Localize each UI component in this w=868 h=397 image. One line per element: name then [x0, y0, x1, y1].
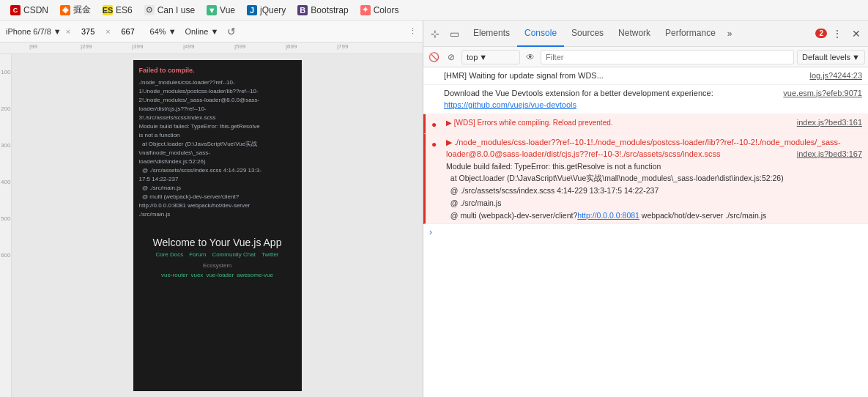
- eye-icon[interactable]: 👁: [523, 50, 538, 64]
- more-tabs-button[interactable]: »: [723, 21, 737, 47]
- link-vue-loader[interactable]: vue-loader: [206, 272, 234, 278]
- csdn-icon: C: [10, 5, 21, 15]
- wds-error-expand[interactable]: ▶ [WDS] Errors while compiling. Reload p…: [446, 119, 613, 127]
- link-vue-router[interactable]: vue-router: [161, 272, 188, 278]
- device-toggle-icon[interactable]: ▭: [445, 25, 463, 42]
- bootstrap-icon: B: [297, 5, 308, 15]
- tab-network[interactable]: Network: [611, 21, 658, 47]
- context-label: top: [467, 53, 478, 62]
- devtools-more-icon[interactable]: ⋮: [828, 25, 846, 42]
- phone-area: Failed to compile. ./node_modules/css-lo…: [12, 54, 423, 397]
- canuse-icon: ⊙: [144, 5, 155, 15]
- viewport-content: 100 200 300 400 500 600 Failed to compil…: [0, 54, 423, 397]
- bookmark-es6[interactable]: ES ES6: [98, 4, 137, 17]
- wds-error-message: ▶ [WDS] Errors while compiling. Reload p…: [446, 116, 862, 129]
- online-select[interactable]: Online ▼: [185, 27, 219, 36]
- more-options-icon[interactable]: ⋮: [409, 26, 417, 36]
- jquery-icon: J: [247, 5, 257, 15]
- levels-label: Default levels: [802, 53, 850, 62]
- css-error-link[interactable]: index.js?bed3:167: [797, 148, 862, 160]
- bookmark-jquery[interactable]: J jQuery: [242, 4, 290, 17]
- devtools-close-icon[interactable]: ✕: [847, 25, 865, 42]
- devtools-header: ⊹ ▭ Elements Console Sources Network Per…: [423, 21, 868, 47]
- error-count-badge: 2: [815, 29, 827, 38]
- device-toolbar: iPhone 6/7/8 ▼ × × 64% ▼ Online ▼ ↺ ⋮: [0, 21, 423, 42]
- colors-icon: ✦: [360, 5, 371, 15]
- tab-sources[interactable]: Sources: [564, 21, 611, 47]
- bookmark-bootstrap[interactable]: B Bootstrap: [293, 4, 352, 17]
- bookmark-csdn[interactable]: C CSDN: [6, 4, 53, 17]
- devtools-link[interactable]: vue.esm.js?efeb:9071: [783, 87, 862, 100]
- levels-arrow: ▼: [852, 53, 860, 62]
- filter-icon[interactable]: ⊘: [444, 50, 459, 64]
- bookmark-jj-label: 掘金: [73, 4, 91, 16]
- error-icon-css: ●: [431, 138, 443, 151]
- bookmark-jquery-label: jQuery: [260, 5, 286, 15]
- compile-error: Failed to compile. ./node_modules/css-lo…: [133, 60, 302, 225]
- rotate-icon[interactable]: ↺: [227, 26, 236, 37]
- console-row-css-error: ● ▶ ./node_modules/css-loader??ref--10-1…: [423, 134, 868, 225]
- console-toolbar: 🚫 ⊘ top ▼ 👁 Default levels ▼: [423, 47, 868, 67]
- webpack-url[interactable]: http://0.0.0.0:8081: [577, 211, 639, 220]
- wds-error-link[interactable]: index.js?bed3:161: [797, 116, 862, 129]
- bookmark-vue[interactable]: ▼ Vue: [202, 4, 240, 17]
- link-twitter[interactable]: Twitter: [261, 251, 279, 258]
- v-tick-300: 300: [1, 142, 10, 149]
- tab-console[interactable]: Console: [517, 21, 564, 47]
- inspect-element-icon[interactable]: ⊹: [426, 25, 444, 42]
- tab-performance[interactable]: Performance: [658, 21, 723, 47]
- devtools-panel: ⊹ ▭ Elements Console Sources Network Per…: [423, 21, 868, 397]
- dim-separator: ×: [105, 27, 110, 36]
- phone-screen: Failed to compile. ./node_modules/css-lo…: [133, 60, 302, 391]
- vue-icon: ▼: [207, 5, 217, 15]
- link-forum[interactable]: Forum: [189, 251, 206, 258]
- link-awesome-vue[interactable]: awesome-vue: [237, 272, 273, 278]
- bookmark-colors-label: Colors: [374, 5, 399, 15]
- console-prompt: ›: [423, 224, 868, 240]
- error-text: ./node_modules/css-loader??ref--10- 1!./…: [139, 78, 296, 219]
- devtools-github-link[interactable]: https://github.com/vuejs/vue-devtools: [444, 100, 576, 109]
- bookmark-vue-label: Vue: [220, 5, 235, 15]
- console-row-devtools: Download the Vue Devtools extension for …: [423, 85, 868, 114]
- bookmark-bootstrap-label: Bootstrap: [311, 5, 348, 15]
- ecosystem-label: Ecosystem: [139, 262, 296, 269]
- ruler-tick-299: |299: [81, 42, 92, 50]
- context-select-arrow: ▼: [479, 53, 487, 62]
- link-community[interactable]: Community Chat: [212, 251, 256, 258]
- bookmark-csdn-label: CSDN: [23, 5, 48, 15]
- link-core-docs[interactable]: Core Docs: [155, 251, 183, 258]
- ruler-tick-499: |499: [183, 42, 194, 50]
- link-vuex[interactable]: vuex: [190, 272, 203, 278]
- filter-input[interactable]: [541, 50, 794, 64]
- error-icon-wds: ●: [431, 118, 443, 131]
- hmr-link[interactable]: log.js?4244:23: [809, 70, 862, 82]
- zoom-select[interactable]: 64% ▼: [150, 27, 177, 36]
- context-select[interactable]: top ▼: [461, 50, 520, 64]
- ruler-tick-399: |399: [132, 42, 143, 50]
- bookmark-bar: C CSDN ◈ 掘金 ES ES6 ⊙ Can I use ▼ Vue J j…: [0, 0, 868, 21]
- ruler-tick-699: |699: [286, 42, 297, 50]
- log-levels-select[interactable]: Default levels ▼: [797, 50, 865, 64]
- device-width-input[interactable]: [75, 27, 101, 36]
- bookmark-colors[interactable]: ✦ Colors: [356, 4, 404, 17]
- bookmark-canuse[interactable]: ⊙ Can I use: [140, 4, 199, 17]
- app-nav-links: Core Docs Forum Community Chat Twitter: [139, 251, 296, 258]
- css-error-path: ▶ ./node_modules/css-loader??ref--10-1!.…: [446, 138, 841, 159]
- console-row-wds-error: ● ▶ [WDS] Errors while compiling. Reload…: [423, 114, 868, 134]
- eco-links: vue-router vuex vue-loader awesome-vue: [139, 272, 296, 278]
- clear-console-icon[interactable]: 🚫: [426, 50, 441, 64]
- horizontal-ruler: |99 |299 |399 |499 |599 |699 |799: [0, 42, 423, 54]
- console-content: [HMR] Waiting for update signal from WDS…: [423, 67, 868, 397]
- error-title: Failed to compile.: [139, 66, 296, 75]
- tab-elements[interactable]: Elements: [466, 21, 517, 47]
- device-select[interactable]: iPhone 6/7/8 ▼: [6, 27, 62, 36]
- width-x-separator: ×: [66, 27, 70, 36]
- ruler-tick-199: |99: [29, 42, 37, 50]
- app-title: Welcome to Your Vue.js App: [139, 237, 296, 248]
- ruler-tick-799: |799: [337, 42, 348, 50]
- device-height-input[interactable]: [115, 27, 141, 36]
- v-tick-500: 500: [1, 215, 10, 222]
- v-tick-400: 400: [1, 179, 10, 185]
- v-tick-600: 600: [1, 252, 10, 259]
- bookmark-jj[interactable]: ◈ 掘金: [56, 2, 95, 18]
